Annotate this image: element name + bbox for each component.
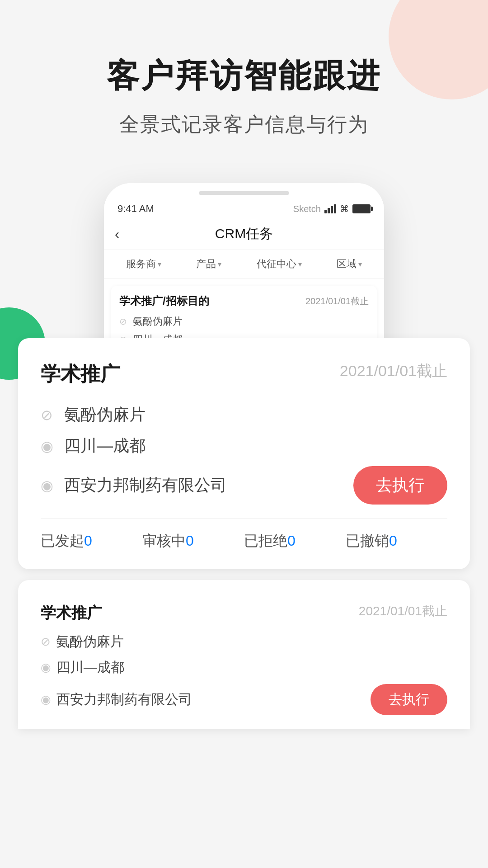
sub-title: 全景式记录客户信息与行为 — [36, 111, 452, 138]
partial-action-row: ◉ 西安力邦制药有限公司 去执行 — [41, 684, 447, 715]
card-header: 学术推广/招标目的 2021/01/01截止 — [119, 294, 369, 308]
main-1-company: 西安力邦制药有限公司 — [64, 474, 227, 496]
main-1-action-row: ◉ 西安力邦制药有限公司 去执行 — [41, 466, 447, 505]
main-1-execute-button[interactable]: 去执行 — [353, 466, 447, 505]
notch-bar — [199, 191, 289, 195]
main-1-stat-reviewing: 审核中0 — [142, 531, 244, 551]
partial-company: 西安力邦制药有限公司 — [56, 690, 192, 709]
main-1-stat-cancelled-label: 已撤销 — [346, 533, 389, 549]
partial-location-icon: ◉ — [41, 660, 51, 675]
battery-icon — [352, 204, 371, 213]
card-product-row: ⊘ 氨酚伪麻片 — [119, 315, 369, 328]
main-1-stat-rejected-num: 0 — [287, 533, 296, 549]
partial-title: 学术推广 — [41, 603, 102, 623]
filter-product-label: 产品 — [196, 257, 216, 271]
filter-service[interactable]: 服务商 ▾ — [126, 257, 161, 271]
partial-location: 四川—成都 — [56, 658, 124, 677]
partial-clip-icon: ⊘ — [41, 635, 51, 649]
card-title: 学术推广/招标目的 — [119, 294, 209, 308]
filter-center[interactable]: 代征中心 ▾ — [257, 257, 302, 271]
main-1-company-row: ◉ 西安力邦制药有限公司 — [41, 474, 227, 496]
main-1-location-row: ◉ 四川—成都 — [41, 435, 447, 457]
nav-title: CRM任务 — [137, 225, 351, 243]
partial-header: 学术推广 2021/01/01截止 — [41, 603, 447, 623]
main-1-stat-cancelled: 已撤销0 — [346, 531, 447, 551]
main-1-stat-launched: 已发起0 — [41, 531, 142, 551]
partial-execute-button[interactable]: 去执行 — [371, 684, 447, 715]
filter-product-arrow: ▾ — [218, 260, 221, 269]
status-bar: 9:41 AM Sketch ⌘ — [104, 199, 384, 218]
main-1-product: 氨酚伪麻片 — [64, 404, 145, 426]
main-1-stat-launched-num: 0 — [84, 533, 92, 549]
signal-icon — [324, 204, 336, 213]
main-1-clip-icon: ⊘ — [41, 406, 57, 424]
main-1-location-icon: ◉ — [41, 438, 57, 455]
main-title: 客户拜访智能跟进 — [36, 54, 452, 98]
main-1-stat-cancelled-num: 0 — [389, 533, 397, 549]
main-1-stats-row: 已发起0 审核中0 已拒绝0 已撤销0 — [41, 518, 447, 551]
page-wrapper: 客户拜访智能跟进 全景式记录客户信息与行为 9:41 AM Sketch — [0, 0, 488, 868]
filter-center-arrow: ▾ — [298, 260, 302, 269]
content-section: 学术推广 2021/01/01截止 ⊘ 氨酚伪麻片 ◉ 四川—成都 ◉ 西安力邦… — [0, 338, 488, 729]
main-1-location: 四川—成都 — [64, 435, 145, 457]
partial-date: 2021/01/01截止 — [359, 603, 447, 623]
phone-nav: ‹ CRM任务 — [104, 218, 384, 250]
main-card-1: 学术推广 2021/01/01截止 ⊘ 氨酚伪麻片 ◉ 四川—成都 ◉ 西安力邦… — [18, 338, 470, 569]
phone-notch — [104, 183, 384, 199]
main-1-stat-launched-label: 已发起 — [41, 533, 84, 549]
partial-product: 氨酚伪麻片 — [56, 632, 124, 651]
filter-service-arrow: ▾ — [158, 260, 161, 269]
back-button[interactable]: ‹ — [115, 226, 137, 242]
partial-location-row: ◉ 四川—成都 — [41, 658, 447, 677]
main-card-1-title: 学术推广 — [41, 361, 120, 387]
partial-company-row: ◉ 西安力邦制药有限公司 — [41, 690, 192, 709]
card-product: 氨酚伪麻片 — [133, 315, 183, 328]
card-date: 2021/01/01截止 — [305, 295, 369, 307]
filter-region-label: 区域 — [337, 257, 357, 271]
partial-card-2: 学术推广 2021/01/01截止 ⊘ 氨酚伪麻片 ◉ 四川—成都 ◉ 西安力邦… — [18, 580, 470, 729]
main-card-1-header: 学术推广 2021/01/01截止 — [41, 361, 447, 387]
main-1-stat-rejected: 已拒绝0 — [244, 531, 346, 551]
main-card-1-date: 2021/01/01截止 — [340, 361, 447, 382]
filter-center-label: 代征中心 — [257, 257, 296, 271]
filter-product[interactable]: 产品 ▾ — [196, 257, 221, 271]
main-1-stat-reviewing-num: 0 — [186, 533, 194, 549]
main-1-product-row: ⊘ 氨酚伪麻片 — [41, 404, 447, 426]
filter-region-arrow: ▾ — [358, 260, 362, 269]
sketch-label: Sketch — [293, 204, 321, 214]
main-1-stat-reviewing-label: 审核中 — [142, 533, 186, 549]
filter-service-label: 服务商 — [126, 257, 156, 271]
partial-product-row: ⊘ 氨酚伪麻片 — [41, 632, 447, 651]
partial-company-icon: ◉ — [41, 693, 51, 707]
clip-icon: ⊘ — [119, 316, 129, 327]
wifi-icon: ⌘ — [340, 203, 349, 214]
main-1-company-icon: ◉ — [41, 477, 57, 494]
main-1-stat-rejected-label: 已拒绝 — [244, 533, 287, 549]
filter-region[interactable]: 区域 ▾ — [337, 257, 362, 271]
status-bar-right: Sketch ⌘ — [293, 203, 371, 214]
filter-bar: 服务商 ▾ 产品 ▾ 代征中心 ▾ 区域 ▾ — [104, 250, 384, 278]
status-time: 9:41 AM — [117, 203, 154, 215]
